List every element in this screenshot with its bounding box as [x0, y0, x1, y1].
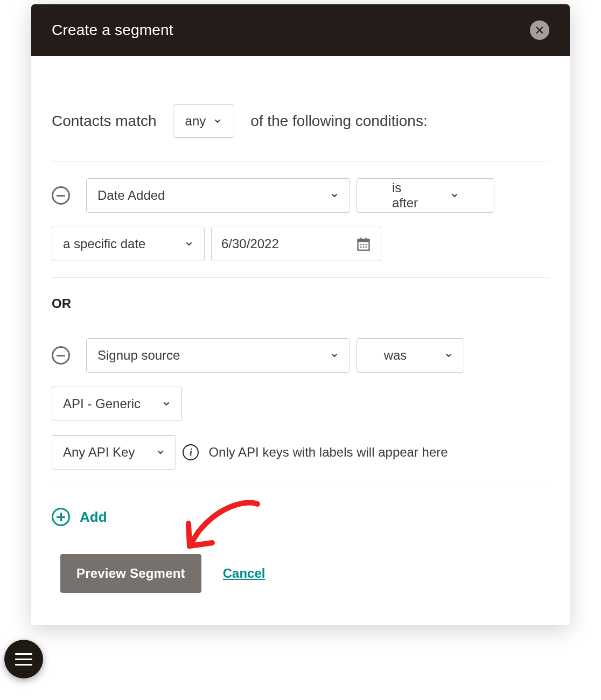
- value-select-1[interactable]: API - Generic: [52, 387, 182, 421]
- match-suffix: of the following conditions:: [250, 113, 427, 130]
- field-select[interactable]: Signup source: [86, 338, 350, 373]
- chevron-down-icon: [444, 351, 453, 360]
- modal-title: Create a segment: [52, 22, 173, 39]
- match-condition-row: Contacts match any of the following cond…: [52, 104, 549, 162]
- action-row: Preview Segment Cancel: [52, 554, 549, 593]
- svg-rect-7: [363, 244, 364, 245]
- add-label: Add: [80, 509, 107, 526]
- operator-select[interactable]: was: [357, 338, 464, 373]
- field-select[interactable]: Date Added: [86, 178, 350, 213]
- svg-rect-5: [366, 237, 367, 241]
- condition-block-1: Date Added is after a specific date 6/30…: [52, 162, 549, 278]
- close-button[interactable]: [530, 20, 549, 40]
- calendar-icon[interactable]: [356, 236, 371, 251]
- minus-icon: [57, 195, 65, 197]
- minus-icon: [57, 355, 65, 356]
- chevron-down-icon: [213, 117, 222, 125]
- condition-block-2: Signup source was API - Generic: [52, 322, 549, 486]
- info-icon: i: [183, 444, 199, 460]
- date-value: 6/30/2022: [221, 236, 279, 251]
- create-segment-modal: Create a segment Contacts match any of t…: [31, 4, 570, 625]
- close-icon: [535, 25, 544, 35]
- date-mode-label: a specific date: [63, 236, 180, 251]
- chevron-down-icon: [450, 191, 459, 200]
- hint-row: i Only API keys with labels will appear …: [183, 444, 448, 460]
- match-mode-value: any: [185, 114, 206, 129]
- modal-body: Contacts match any of the following cond…: [31, 56, 570, 625]
- chevron-down-icon: [330, 351, 339, 360]
- operator-label: was: [368, 348, 434, 363]
- field-label: Date Added: [97, 188, 330, 203]
- cancel-link[interactable]: Cancel: [223, 566, 265, 581]
- chevron-down-icon: [156, 448, 165, 457]
- svg-rect-6: [360, 244, 361, 245]
- value-label: Any API Key: [63, 445, 145, 460]
- svg-rect-3: [358, 240, 369, 242]
- add-condition-button[interactable]: Add: [52, 508, 107, 526]
- condition-separator: OR: [52, 296, 549, 311]
- hamburger-icon: [15, 653, 32, 655]
- date-input[interactable]: 6/30/2022: [211, 227, 381, 261]
- field-label: Signup source: [97, 348, 330, 363]
- operator-select[interactable]: is after: [357, 178, 494, 213]
- chevron-down-icon: [185, 240, 193, 248]
- annotation-arrow-icon: [177, 494, 268, 559]
- remove-condition-button[interactable]: [52, 186, 70, 205]
- match-prefix: Contacts match: [52, 113, 157, 130]
- match-mode-select[interactable]: any: [173, 104, 235, 138]
- svg-rect-10: [363, 247, 364, 248]
- chevron-down-icon: [330, 191, 339, 200]
- remove-condition-button[interactable]: [52, 346, 70, 365]
- svg-rect-4: [360, 237, 361, 241]
- modal-header: Create a segment: [31, 4, 570, 56]
- svg-rect-9: [360, 247, 361, 248]
- svg-rect-11: [366, 247, 367, 248]
- preview-segment-button[interactable]: Preview Segment: [60, 554, 201, 593]
- date-mode-select[interactable]: a specific date: [52, 227, 205, 261]
- svg-rect-8: [366, 244, 367, 245]
- hint-text: Only API keys with labels will appear he…: [208, 445, 448, 460]
- chevron-down-icon: [162, 400, 171, 408]
- plus-icon: [52, 508, 70, 526]
- operator-label: is after: [392, 180, 429, 211]
- menu-button[interactable]: [4, 640, 43, 678]
- value-label: API - Generic: [63, 396, 151, 411]
- value-select-2[interactable]: Any API Key: [52, 435, 176, 470]
